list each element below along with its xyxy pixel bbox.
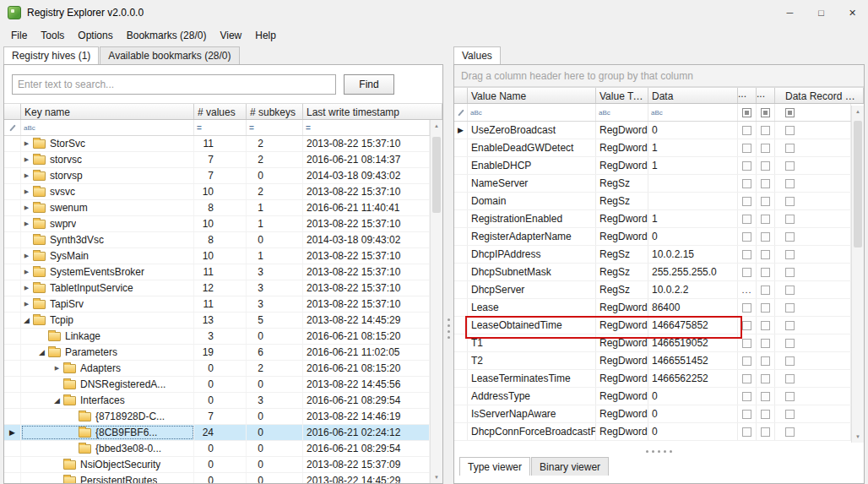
- expander-icon[interactable]: ◢: [36, 345, 47, 360]
- tree-row[interactable]: ▶Adapters022016-06-21 08:15:20: [4, 361, 430, 377]
- tree-row[interactable]: ▶svsvc1022013-08-22 15:37:10: [4, 184, 430, 200]
- expander-icon[interactable]: ▶: [21, 280, 32, 296]
- values-header-slack[interactable]: ...: [738, 88, 757, 103]
- tree-row[interactable]: PersistentRoutes002013-08-22 14:45:29: [4, 473, 430, 484]
- checkbox[interactable]: [785, 321, 795, 330]
- flag-filter-cell[interactable]: [757, 104, 775, 121]
- values-scrollbar[interactable]: ▲ ▼: [851, 106, 864, 443]
- tree-scrollbar[interactable]: ▲ ▼: [430, 120, 442, 483]
- checkbox[interactable]: [742, 197, 751, 206]
- expander-icon[interactable]: ▶: [21, 152, 32, 167]
- values-header-data[interactable]: Data: [648, 88, 738, 103]
- menu-view[interactable]: View: [213, 27, 248, 44]
- value-row[interactable]: LeaseObtainedTimeRegDword1466475852: [454, 317, 851, 334]
- tree-row[interactable]: ▶SystemEventsBroker1132013-08-22 15:37:1…: [4, 264, 430, 280]
- checkbox[interactable]: [785, 179, 795, 188]
- value-row[interactable]: DhcpIPAddressRegSz10.0.2.15: [454, 246, 851, 264]
- value-row[interactable]: RegistrationEnabledRegDword1: [454, 210, 851, 228]
- checkbox[interactable]: [785, 410, 795, 419]
- tree-header-key-name[interactable]: Key name: [21, 104, 194, 119]
- checkbox[interactable]: [785, 250, 795, 259]
- value-name-filter-cell[interactable]: aBc: [468, 104, 596, 121]
- scroll-up-icon[interactable]: ▲: [852, 106, 864, 117]
- checkbox[interactable]: [761, 268, 770, 277]
- data-record-filter-cell[interactable]: [775, 104, 851, 121]
- menu-tools[interactable]: Tools: [34, 27, 71, 44]
- value-row[interactable]: ▶UseZeroBroadcastRegDword0: [454, 122, 851, 139]
- expander-icon[interactable]: ▶: [21, 264, 32, 280]
- checkbox[interactable]: [742, 356, 751, 366]
- checkbox[interactable]: [742, 144, 751, 153]
- value-row[interactable]: RegisterAdapterNameRegDword0: [454, 228, 851, 246]
- value-row[interactable]: LeaseTerminatesTimeRegDword1466562252: [454, 370, 851, 388]
- checkbox[interactable]: [742, 410, 751, 419]
- checkbox[interactable]: [742, 126, 751, 135]
- checkbox[interactable]: [761, 410, 770, 419]
- tree-row[interactable]: {bbed3e08-0...002016-06-21 08:29:54: [4, 441, 430, 457]
- checkbox[interactable]: [761, 144, 770, 153]
- tree-row[interactable]: ▶storvsp702014-03-18 09:43:02: [4, 168, 430, 184]
- menu-help[interactable]: Help: [248, 27, 283, 44]
- checkbox[interactable]: [785, 144, 795, 153]
- value-row[interactable]: AddressTypeRegDword0: [454, 388, 851, 405]
- checkbox[interactable]: [761, 179, 770, 188]
- checkbox[interactable]: [742, 321, 751, 330]
- checkbox[interactable]: [761, 286, 770, 295]
- checkbox[interactable]: [761, 339, 770, 348]
- checkbox[interactable]: [742, 250, 751, 259]
- checkbox[interactable]: [761, 303, 770, 313]
- close-button[interactable]: ✕: [837, 0, 868, 25]
- slack-filter-cell[interactable]: [738, 104, 757, 121]
- checkbox[interactable]: [761, 374, 770, 383]
- values-header-value-type[interactable]: Value Type: [596, 88, 648, 103]
- tree-row[interactable]: ▶TabletInputService1232013-08-22 15:37:1…: [4, 280, 430, 296]
- tree-row[interactable]: ▶swprv1012013-08-22 15:37:10: [4, 216, 430, 232]
- last-write-filter-cell[interactable]: =: [303, 120, 430, 135]
- checkbox[interactable]: [742, 427, 751, 437]
- scrollbar-thumb[interactable]: [432, 137, 441, 213]
- value-row[interactable]: IsServerNapAwareRegDword0: [454, 405, 851, 423]
- data-filter-cell[interactable]: aBc: [648, 104, 738, 121]
- tree-row[interactable]: Synth3dVsc802014-03-18 09:43:02: [4, 232, 430, 248]
- value-type-filter-cell[interactable]: aBc: [596, 104, 648, 121]
- value-row[interactable]: DhcpConnForceBroadcastFlagRegDword0: [454, 423, 851, 441]
- checkbox[interactable]: [785, 356, 795, 366]
- values-filter-cell[interactable]: =: [194, 120, 247, 135]
- subkeys-filter-cell[interactable]: =: [247, 120, 303, 135]
- checkbox[interactable]: [742, 303, 751, 313]
- value-row[interactable]: EnableDeadGWDetectRegDword1: [454, 139, 851, 157]
- checkbox[interactable]: [785, 392, 795, 401]
- scroll-down-icon[interactable]: ▼: [431, 471, 442, 483]
- checkbox[interactable]: [761, 427, 770, 437]
- checkbox[interactable]: [742, 339, 751, 348]
- checkbox[interactable]: [761, 126, 770, 135]
- checkbox[interactable]: [761, 321, 770, 330]
- value-row[interactable]: LeaseRegDword86400: [454, 299, 851, 317]
- minimize-button[interactable]: ─: [774, 0, 806, 25]
- checkbox[interactable]: [742, 232, 751, 242]
- expander-icon[interactable]: ▶: [21, 136, 32, 151]
- checkbox[interactable]: [742, 215, 751, 224]
- maximize-button[interactable]: □: [806, 0, 837, 25]
- tab-available-bookmarks[interactable]: Available bookmarks (28/0): [100, 46, 239, 64]
- expander-icon[interactable]: ◢: [21, 313, 32, 328]
- tree-header-subkeys[interactable]: # subkeys: [247, 104, 303, 119]
- checkbox[interactable]: [742, 179, 751, 188]
- menu-file[interactable]: File: [4, 27, 34, 44]
- checkbox[interactable]: [785, 303, 795, 313]
- checkbox[interactable]: [785, 374, 795, 383]
- expander-icon[interactable]: ▶: [52, 361, 62, 376]
- scroll-up-icon[interactable]: ▲: [431, 120, 442, 132]
- tree-row[interactable]: ▶StorSvc1122013-08-22 15:37:10: [4, 136, 430, 152]
- checkbox[interactable]: [785, 215, 795, 224]
- checkbox[interactable]: [785, 268, 795, 277]
- tab-binary-viewer[interactable]: Binary viewer: [531, 457, 609, 476]
- values-header-data-record[interactable]: Data Record R...: [775, 88, 864, 103]
- tree-row[interactable]: Linkage302016-06-21 08:15:20: [4, 329, 430, 345]
- checkbox[interactable]: [785, 161, 795, 171]
- expander-icon[interactable]: ▶: [21, 184, 32, 199]
- value-row[interactable]: DhcpSubnetMaskRegSz255.255.255.0: [454, 264, 851, 281]
- scrollbar-thumb[interactable]: [854, 121, 862, 247]
- checkbox[interactable]: [761, 250, 770, 259]
- checkbox[interactable]: [761, 161, 770, 171]
